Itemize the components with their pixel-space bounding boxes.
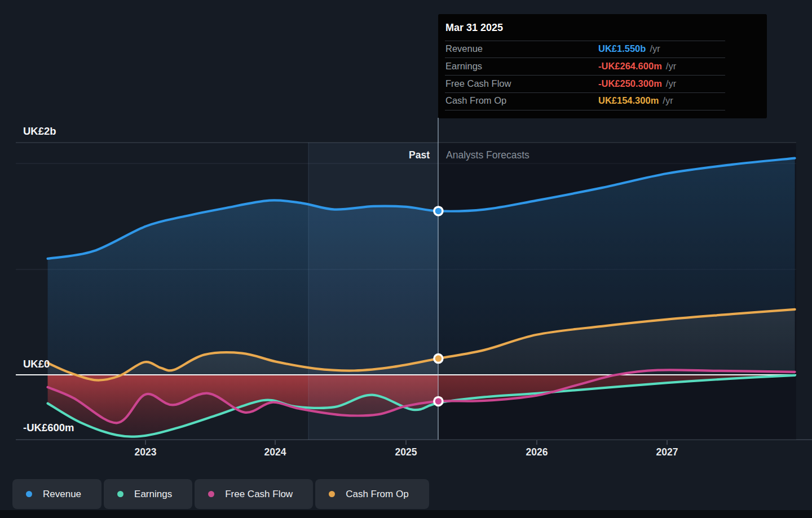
marker-free-cash-flow[interactable] <box>434 397 443 405</box>
tooltip-divider <box>445 41 725 41</box>
chart-legend: Revenue Earnings Free Cash Flow Cash Fro… <box>12 479 429 509</box>
legend-label: Revenue <box>43 489 81 500</box>
tooltip-label: Free Cash Flow <box>445 78 511 88</box>
marker-revenue[interactable] <box>434 207 443 215</box>
y-axis-label-0: UK£0 <box>23 358 50 370</box>
legend-label: Earnings <box>134 489 172 500</box>
tooltip-row-free-cash-flow: Free Cash Flow -UK£250.300m/yr <box>445 78 511 91</box>
x-axis-label-2024: 2024 <box>264 446 286 458</box>
tooltip-divider <box>445 92 725 93</box>
tooltip-divider <box>445 57 725 58</box>
legend-item-earnings[interactable]: Earnings <box>104 479 192 509</box>
legend-item-cash-from-op[interactable]: Cash From Op <box>315 479 429 509</box>
tooltip-divider <box>445 110 725 110</box>
free-cash-flow-dot-icon <box>208 491 214 497</box>
x-axis-label-2023: 2023 <box>135 446 157 458</box>
legend-item-free-cash-flow[interactable]: Free Cash Flow <box>195 479 313 509</box>
tooltip-value: UK£1.550b <box>598 43 646 54</box>
tooltip-label: Revenue <box>445 43 483 54</box>
region-overlays <box>308 143 796 440</box>
marker-cash-from-op[interactable] <box>434 355 443 363</box>
legend-label: Free Cash Flow <box>225 489 293 500</box>
x-axis-label-2027: 2027 <box>656 446 678 458</box>
x-axis-ticks <box>145 440 667 445</box>
hover-tooltip: Mar 31 2025 Revenue UK£1.550b/yr Earning… <box>438 14 767 118</box>
x-axis-label-2026: 2026 <box>526 446 548 458</box>
earnings-revenue-chart: UK£2b UK£0 -UK£600m Past Analysts Foreca… <box>0 0 812 518</box>
tooltip-value: -UK£264.600m <box>598 61 662 71</box>
tooltip-suffix: /yr <box>650 43 660 54</box>
forecast-dim-overlay <box>438 143 796 440</box>
past-region-label: Past <box>409 149 430 161</box>
legend-label: Cash From Op <box>346 489 408 500</box>
tooltip-suffix: /yr <box>666 78 676 88</box>
tooltip-label: Earnings <box>445 61 482 71</box>
tooltip-date: Mar 31 2025 <box>445 22 503 34</box>
y-axis-label-neg600m: -UK£600m <box>23 422 74 433</box>
y-axis-label-2b: UK£2b <box>23 125 56 137</box>
legend-item-revenue[interactable]: Revenue <box>12 479 102 509</box>
tooltip-suffix: /yr <box>666 61 676 71</box>
tooltip-row-cash-from-op: Cash From Op UK£154.300m/yr <box>445 95 506 108</box>
revenue-dot-icon <box>26 491 32 497</box>
tooltip-value: -UK£250.300m <box>598 78 662 88</box>
tooltip-value: UK£154.300m <box>598 95 659 105</box>
tooltip-row-earnings: Earnings -UK£264.600m/yr <box>445 61 482 73</box>
cash-from-op-dot-icon <box>329 491 335 497</box>
tooltip-divider <box>445 75 725 76</box>
x-axis-label-2025: 2025 <box>395 446 417 458</box>
earnings-dot-icon <box>117 491 123 497</box>
tooltip-row-revenue: Revenue UK£1.550b/yr <box>445 43 483 56</box>
bottom-bar <box>0 510 812 518</box>
tooltip-suffix: /yr <box>663 95 673 105</box>
forecast-region-label: Analysts Forecasts <box>446 149 529 161</box>
tooltip-label: Cash From Op <box>445 95 506 105</box>
